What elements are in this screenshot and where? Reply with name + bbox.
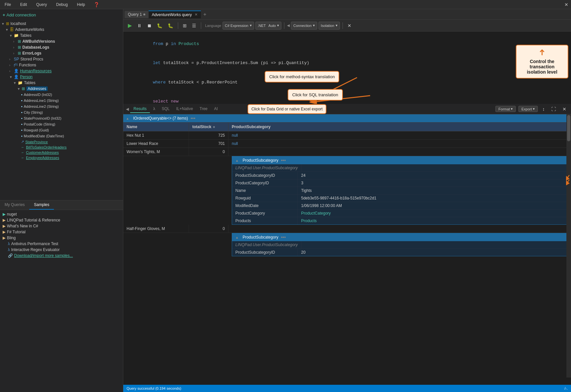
sub-cell-key: ProductSubcategoryID <box>232 249 298 256</box>
menu-file[interactable]: File <box>3 2 13 8</box>
collapse-icon[interactable]: ▲ <box>235 236 239 239</box>
tree-tables[interactable]: ▼ 📁 Tables <box>9 33 122 38</box>
tree-billto[interactable]: ← BillToSalesOrderHeaders <box>21 145 122 150</box>
close-editor-button[interactable]: ✕ <box>345 22 353 30</box>
folder-icon: ▶ <box>3 218 6 222</box>
bi-bling[interactable]: ▶ Bling <box>1 235 122 241</box>
tree-field-modifieddate: ▪ ModifiedDate (DateTime) <box>21 133 122 139</box>
tab-lambda[interactable]: λ <box>150 105 158 113</box>
fullscreen-button[interactable]: ⛶ <box>549 105 558 113</box>
tree-adventureworks[interactable]: ▼ 🗄 AdventureWorks <box>5 27 122 33</box>
tree-humanresources[interactable]: › 👤 HumanResources <box>9 68 122 74</box>
list-view-button[interactable]: ☰ <box>190 22 198 30</box>
cell-name: Half-Finger Gloves, M <box>123 225 189 233</box>
tab-query1[interactable]: Query 1 <box>125 11 149 18</box>
stop-button[interactable]: ⏹ <box>145 22 154 30</box>
query-tab-bar: Query 1 AdventureWorks query ✕ + <box>123 9 571 20</box>
export-button[interactable]: Export ▾ <box>518 106 538 112</box>
tab-close-icon[interactable]: ✕ <box>195 12 198 17</box>
chevron-right-icon: › <box>13 40 16 43</box>
grid-view-button[interactable]: ⊞ <box>181 22 189 30</box>
menu-query[interactable]: Query <box>34 2 49 8</box>
tree-person[interactable]: ▼ 👤 Person <box>9 74 122 80</box>
tree-field-label: StateProvinceID (Int32) <box>24 116 61 120</box>
table-row: Lower Head Race 701 null <box>123 140 571 148</box>
tree-field-label: Rowguid (Guid) <box>24 128 49 132</box>
collapse-icon[interactable]: ▲ <box>235 159 239 162</box>
export-label: Export <box>521 107 532 111</box>
status-text: Query successful (0.194 seconds) <box>127 386 181 390</box>
debug-bug2-button[interactable]: 🐛 <box>166 22 175 30</box>
debug-bug-button[interactable]: 🐛 <box>155 22 164 30</box>
add-connection-button[interactable]: Add connection <box>3 11 120 19</box>
tree-databaselogs[interactable]: › ⊞ DatabaseLogs <box>13 44 122 50</box>
net-dropdown[interactable]: .NET Auto ▾ <box>255 22 282 30</box>
connection-dropdown[interactable]: Connection ▾ <box>291 22 317 30</box>
tree-functions[interactable]: › f01 Functions <box>9 62 122 68</box>
collapse-results-icon[interactable]: ◀ <box>126 107 129 111</box>
scrollbar-thumb[interactable] <box>567 115 570 141</box>
sub-cell-products[interactable]: Products <box>298 217 571 224</box>
cell-name: Women's Tights, M <box>123 148 189 156</box>
bi-antivirus[interactable]: λ Antivirus Performance Test <box>7 241 122 247</box>
tree-employee[interactable]: ← EmployeeAddresses <box>21 155 122 160</box>
sub-cell-val: Tights <box>298 187 571 194</box>
sort-icon[interactable]: ≡ <box>213 125 215 129</box>
tree-field-rowguid: ▪ Rowguid (Guid) <box>21 127 122 133</box>
format-button[interactable]: Format ▾ <box>495 106 516 112</box>
sub-cell-val <box>301 164 571 172</box>
language-dropdown[interactable]: C# Expression ▾ <box>223 22 254 30</box>
tree-stateprovince[interactable]: ↗ StateProvince <box>21 139 122 145</box>
bi-fsharp[interactable]: ▶ F# Tutorial <box>1 229 122 235</box>
tab-sql[interactable]: SQL <box>158 105 173 113</box>
section-header[interactable]: ▲ IOrderedQueryable<> (7 items) ••• <box>123 114 571 123</box>
sub-table-header[interactable]: ▲ ProductSubcategory ••• <box>232 156 571 164</box>
tab-results[interactable]: Results <box>130 105 150 113</box>
editor-area[interactable]: from p in Products let totalStock = p.Pr… <box>123 32 571 104</box>
menu-edit[interactable]: Edit <box>18 2 29 8</box>
tree-awbuildversions[interactable]: › ⊞ AWBuildVersions <box>13 38 122 44</box>
pause-button[interactable]: ⏸ <box>135 22 144 30</box>
tree-errorlogs[interactable]: › ⊞ ErrorLogs <box>13 50 122 56</box>
new-tab-button[interactable]: + <box>201 12 209 17</box>
tree-localhost[interactable]: ▼ ⊞ localhost <box>1 21 122 27</box>
tab-ilnative[interactable]: IL+Native <box>173 105 196 113</box>
bi-whats-new[interactable]: ▶ What's New in C# <box>1 223 122 229</box>
sub-table-header[interactable]: ▲ ProductSubcategory ••• <box>232 233 571 241</box>
collapse-icon[interactable]: ▲ <box>126 117 129 120</box>
isolation-dropdown[interactable]: Isolation ▾ <box>319 22 340 30</box>
relation-icon: ↗ <box>21 140 24 144</box>
tab-myqueries[interactable]: My Queries <box>0 200 29 210</box>
bi-nuget[interactable]: ▶ nuget <box>1 211 122 217</box>
tree-storedprocs[interactable]: › SP Stored Procs <box>9 56 122 62</box>
more-options-icon[interactable]: ••• <box>281 158 286 163</box>
more-options-icon[interactable]: ••• <box>191 116 196 121</box>
bi-regex[interactable]: λ Interactive Regex Evaluator <box>7 247 122 253</box>
more-options-icon[interactable]: ••• <box>281 235 286 240</box>
window-close-button[interactable]: ✕ <box>564 2 568 7</box>
run-button[interactable]: ▶ <box>126 21 134 30</box>
tab-ai[interactable]: AI <box>211 105 221 113</box>
tree-customer[interactable]: ← CustomerAddresses <box>21 150 122 155</box>
tab-samples[interactable]: Samples <box>29 200 54 210</box>
bi-download[interactable]: 🔗 Download/import more samples... <box>7 253 122 259</box>
bi-linqpad-tutorial[interactable]: ▶ LINQPad Tutorial & Reference <box>1 217 122 223</box>
help-icon[interactable]: ❓ <box>94 2 99 7</box>
cell-stock: 0 <box>189 148 228 156</box>
sub-cell-productcategory[interactable]: ProductCategory <box>298 210 571 217</box>
expand-results-button[interactable]: ↕ <box>540 105 547 113</box>
tree-person-tables[interactable]: ▼ 📁 Tables <box>13 80 122 86</box>
tree-addresses[interactable]: ▼ ⊞ Addresses <box>17 86 122 92</box>
object-tree: ▼ ⊞ localhost ▼ 🗄 AdventureWorks ▼ 📁 Tab… <box>0 21 123 200</box>
menu-help[interactable]: Help <box>75 2 87 8</box>
language-label: Language <box>205 24 221 28</box>
chevron-down-icon: ▼ <box>5 28 9 32</box>
sub-header-text: ProductSubcategory <box>243 235 278 240</box>
scrollbar-track[interactable] <box>566 114 571 378</box>
menu-debug[interactable]: Debug <box>54 2 70 8</box>
col-header-name: Name <box>123 123 189 131</box>
field-icon: ▪ <box>21 92 22 97</box>
tab-tree[interactable]: Tree <box>196 105 211 113</box>
tab-adventureworks[interactable]: AdventureWorks query ✕ <box>149 11 201 18</box>
close-results-button[interactable]: ✕ <box>560 105 568 113</box>
